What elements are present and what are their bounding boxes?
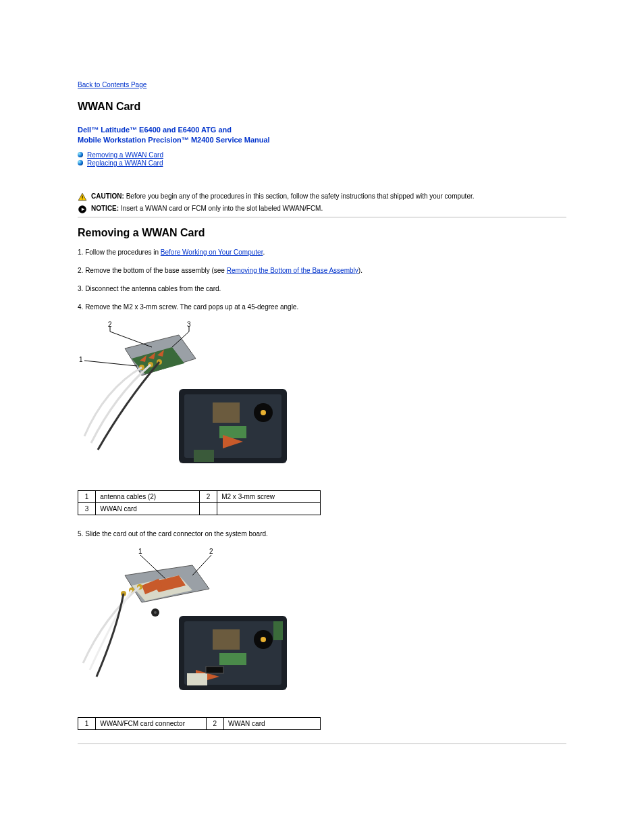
svg-text:1: 1 [79, 356, 83, 363]
svg-point-32 [261, 637, 266, 642]
t1-r1-n2: 2 [199, 490, 217, 502]
step-2-text-b: ). [358, 267, 363, 274]
section-removing-title: Removing a WWAN Card [78, 227, 566, 239]
svg-rect-35 [187, 673, 207, 685]
figure-1: 2 3 1 [78, 321, 566, 485]
figure-2: 1 2 [78, 548, 566, 712]
t1-r2-c1: WWAN card [96, 502, 200, 515]
step-3: Disconnect the antenna cables from the c… [78, 284, 566, 294]
t1-r1-c2: M2 x 3-mm screw [217, 490, 321, 502]
step-1-link[interactable]: Before Working on Your Computer [161, 249, 263, 256]
toc-link-replacing[interactable]: Replacing a WWAN Card [87, 159, 163, 167]
figure-2-callout-table: 1 WWAN/FCM card connector 2 WWAN card [78, 717, 321, 730]
svg-text:1: 1 [138, 548, 142, 555]
svg-text:3: 3 [187, 321, 191, 328]
caution-body: Before you begin any of the procedures i… [126, 192, 475, 200]
doc-title-block: Dell™ Latitude™ E6400 and E6400 ATG and … [78, 125, 566, 146]
page-heading: WWAN Card [78, 101, 566, 113]
toc-list: Removing a WWAN Card Replacing a WWAN Ca… [78, 151, 566, 167]
svg-rect-5 [213, 402, 240, 423]
caution-icon [78, 192, 87, 202]
toc-link-removing[interactable]: Removing a WWAN Card [87, 151, 163, 159]
notice-body: Insert a WWAN card or FCM only into the … [121, 205, 323, 212]
t1-r2-n1: 3 [78, 502, 96, 515]
t1-r2-n2 [199, 502, 217, 515]
svg-line-26 [84, 361, 137, 366]
divider [78, 217, 566, 217]
svg-point-45 [154, 611, 157, 614]
t1-r1-c1: antenna cables (2) [96, 490, 200, 502]
step-1-text-b: . [263, 249, 265, 256]
bullet-icon [78, 160, 83, 165]
step-2-text-a: Remove the bottom of the base assembly (… [85, 267, 227, 274]
removing-steps-cont: Slide the card out of the card connector… [78, 529, 566, 539]
step-4: Remove the M2 x 3-mm screw. The card pop… [78, 302, 566, 312]
notice-block: NOTICE: Insert a WWAN card or FCM only i… [78, 205, 566, 214]
notice-text: NOTICE: Insert a WWAN card or FCM only i… [91, 205, 323, 212]
svg-line-21 [110, 332, 152, 347]
svg-text:2: 2 [108, 321, 112, 328]
figure-1-callout-table: 1 antenna cables (2) 2 M2 x 3-mm screw 3… [78, 490, 321, 515]
svg-rect-29 [213, 629, 240, 650]
t2-r1-n1: 1 [78, 717, 96, 729]
t2-r1-c1: WWAN/FCM card connector [96, 717, 206, 729]
notice-icon [78, 205, 87, 214]
t2-r1-n2: 2 [206, 717, 223, 729]
t2-r1-c2: WWAN card [223, 717, 320, 729]
step-2: Remove the bottom of the base assembly (… [78, 265, 566, 276]
back-to-contents-link[interactable]: Back to Contents Page [78, 81, 146, 88]
caution-block: CAUTION: Before you begin any of the pro… [78, 192, 566, 202]
caution-text: CAUTION: Before you begin any of the pro… [91, 192, 475, 200]
svg-rect-33 [273, 621, 283, 640]
step-1-text-a: Follow the procedures in [85, 249, 161, 256]
bullet-icon [78, 152, 83, 157]
t1-r2-c2 [217, 502, 321, 515]
step-2-link[interactable]: Removing the Bottom of the Base Assembly [227, 267, 358, 274]
svg-line-49 [192, 555, 211, 575]
notice-label: NOTICE: [91, 205, 119, 212]
svg-point-8 [261, 410, 266, 415]
removing-steps: Follow the procedures in Before Working … [78, 247, 566, 312]
divider-bottom [78, 744, 566, 744]
doc-title-line1: Dell™ Latitude™ E6400 and E6400 ATG and [78, 125, 566, 135]
svg-text:2: 2 [209, 548, 213, 555]
svg-rect-36 [206, 667, 223, 673]
doc-title-line2: Mobile Workstation Precision™ M2400 Serv… [78, 135, 566, 145]
svg-rect-1 [82, 199, 82, 199]
svg-rect-0 [82, 195, 82, 198]
step-1: Follow the procedures in Before Working … [78, 247, 566, 257]
svg-rect-10 [194, 450, 214, 462]
caution-label: CAUTION: [91, 192, 124, 200]
step-5: Slide the card out of the card connector… [78, 529, 566, 539]
svg-rect-30 [219, 653, 246, 665]
t1-r1-n1: 1 [78, 490, 96, 502]
